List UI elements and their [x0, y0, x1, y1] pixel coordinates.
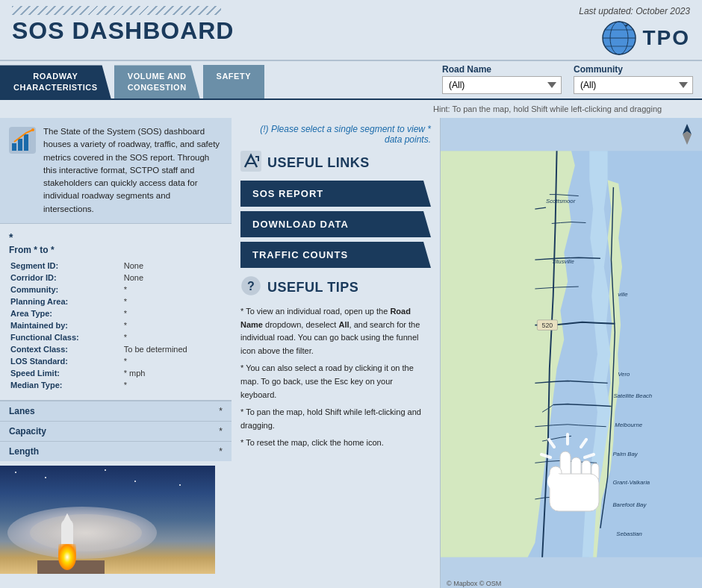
road-name-filter: Road Name (All): [442, 64, 562, 94]
svg-text:ville: ville: [618, 291, 628, 298]
header: SOS DASHBOARD Last updated: October 2023…: [0, 0, 702, 61]
svg-rect-7: [18, 139, 22, 151]
capacity-item: Capacity *: [0, 421, 232, 441]
segment-id-value: None: [124, 261, 221, 272]
left-panel: The State of the System (SOS) dashboard …: [0, 118, 232, 588]
tip-3: * To pan the map, hold Shift while left-…: [240, 406, 431, 432]
svg-text:Sebastian: Sebastian: [616, 531, 642, 537]
context-class-value: To be determined: [124, 345, 221, 355]
useful-links-heading: USEFUL LINKS: [267, 155, 370, 171]
table-row: Median Type: *: [10, 381, 221, 391]
table-row: Planning Area: *: [10, 297, 221, 307]
corridor-id-label: Corridor ID:: [10, 273, 122, 284]
svg-text:Melbourne: Melbourne: [615, 422, 642, 428]
chart-icon: [9, 127, 36, 157]
length-item: Length *: [0, 441, 232, 461]
speed-limit-label: Speed Limit:: [10, 369, 122, 379]
sos-report-button[interactable]: SOS REPORT: [240, 181, 431, 207]
useful-links-title: USEFUL LINKS: [240, 151, 431, 175]
maintained-by-value: *: [124, 321, 221, 331]
map-svg: 520: [441, 118, 702, 588]
useful-tips-section: ? USEFUL TIPS * To view an individual ro…: [240, 275, 431, 450]
tab-roadway-characteristics[interactable]: ROADWAY CHARACTERISTICS: [0, 65, 111, 98]
map-container[interactable]: 520: [441, 118, 702, 588]
community-label-field: Community:: [10, 285, 122, 295]
table-row: Corridor ID: None: [10, 273, 221, 284]
tab-volume-congestion[interactable]: VOLUME AND CONGESTION: [114, 65, 200, 98]
segment-table: Segment ID: None Corridor ID: None Commu…: [9, 260, 223, 392]
link-icon: [240, 151, 261, 175]
table-row: LOS Standard: *: [10, 357, 221, 367]
community-label: Community: [574, 64, 693, 75]
lanes-item: Lanes *: [0, 401, 232, 421]
tpo-globe-icon: [600, 19, 638, 57]
dashboard-title: SOS DASHBOARD: [12, 18, 579, 44]
median-type-label: Median Type:: [10, 381, 122, 391]
rocket-launch-image: [0, 466, 215, 574]
lanes-label: Lanes: [9, 406, 35, 416]
header-right: Last updated: October 2023 TPO: [579, 6, 690, 57]
svg-rect-8: [24, 134, 28, 151]
traffic-counts-button[interactable]: TRAFFIC COUNTS: [240, 242, 431, 268]
maintained-by-label: Maintained by:: [10, 321, 122, 331]
road-name-label: Road Name: [442, 64, 562, 75]
tips-content: * To view an individual road, open up th…: [240, 305, 431, 450]
svg-rect-6: [12, 143, 16, 151]
right-area: (!) Please select a single segment to vi…: [232, 118, 702, 588]
length-label: Length: [9, 446, 39, 457]
context-class-label: Context Class:: [10, 345, 122, 355]
tpo-text: TPO: [642, 26, 690, 50]
table-row: Functional Class: *: [10, 333, 221, 343]
links-column: (!) Please select a single segment to vi…: [232, 118, 441, 588]
svg-text:Titusville: Titusville: [552, 258, 575, 265]
tab-safety[interactable]: SAFETY: [203, 65, 264, 98]
download-data-button[interactable]: DOWNLOAD DATA: [240, 211, 431, 237]
segment-id-label: Segment ID:: [10, 261, 122, 272]
speed-limit-value: * mph: [124, 369, 221, 379]
filter-section: Road Name (All) Community (All): [433, 61, 702, 98]
rocket-flame: [58, 544, 76, 570]
functional-class-label: Functional Class:: [10, 333, 122, 343]
segment-star: *: [9, 231, 223, 243]
los-standard-value: *: [124, 357, 221, 367]
table-row: Speed Limit: * mph: [10, 369, 221, 379]
map-column[interactable]: 520: [441, 118, 702, 588]
table-row: Segment ID: None: [10, 261, 221, 272]
tpo-logo: TPO: [600, 19, 690, 57]
area-type-label: Area Type:: [10, 309, 122, 319]
median-type-value: *: [124, 381, 221, 391]
star-2: [45, 477, 46, 478]
los-standard-label: LOS Standard:: [10, 357, 122, 367]
planning-area-value: *: [124, 297, 221, 307]
corridor-id-value: None: [124, 273, 221, 284]
svg-text:Vero: Vero: [618, 371, 630, 378]
area-type-value: *: [124, 309, 221, 319]
svg-point-9: [31, 128, 34, 131]
tip-4: * To reset the map, click the home icon.: [240, 437, 431, 450]
map-attribution: © Mapbox © OSM: [447, 580, 501, 587]
please-select-message: (!) Please select a single segment to vi…: [240, 124, 431, 145]
segment-panel: * From * to * Segment ID: None Corridor …: [0, 224, 232, 401]
segment-from-to: From * to *: [9, 245, 223, 255]
lanes-value: *: [219, 406, 223, 416]
star-4: [134, 481, 136, 482]
svg-text:Grant-Valkaria: Grant-Valkaria: [612, 480, 650, 487]
community-filter: Community (All): [574, 64, 693, 94]
header-left: SOS DASHBOARD: [12, 6, 579, 44]
road-name-select[interactable]: (All): [442, 76, 562, 94]
nav-tabs: ROADWAY CHARACTERISTICS VOLUME AND CONGE…: [0, 65, 433, 98]
tip-2: * You can also select a road by clicking…: [240, 362, 431, 401]
community-select[interactable]: (All): [574, 76, 693, 94]
diagonal-lines-decoration: [12, 6, 221, 15]
community-value-field: *: [124, 285, 221, 295]
useful-tips-title: ? USEFUL TIPS: [240, 275, 431, 299]
svg-text:?: ?: [247, 280, 255, 293]
star-3: [105, 469, 106, 471]
table-row: Community: *: [10, 285, 221, 295]
tab-safety-label: SAFETY: [217, 72, 251, 81]
useful-tips-heading: USEFUL TIPS: [267, 280, 358, 295]
tab-volume-label: VOLUME AND CONGESTION: [128, 72, 187, 91]
map-hint-text: Hint: To pan the map, hold Shift while l…: [433, 104, 662, 113]
svg-text:Palm Bay: Palm Bay: [612, 451, 638, 457]
table-row: Area Type: *: [10, 309, 221, 319]
